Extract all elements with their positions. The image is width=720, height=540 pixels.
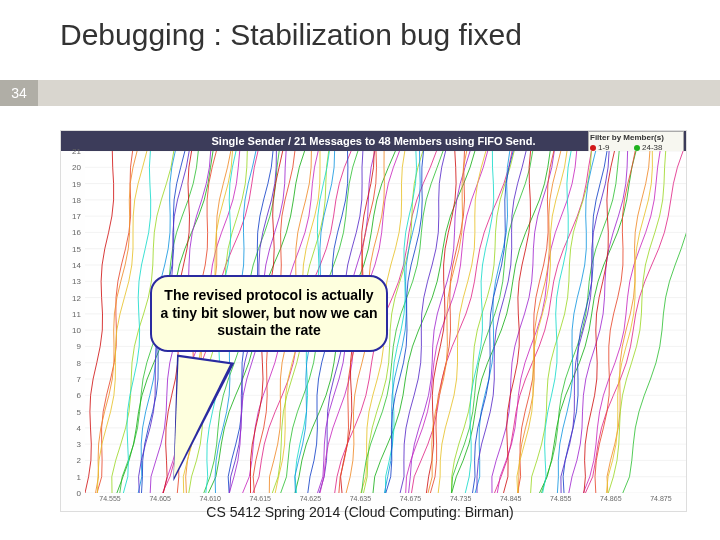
slide-title: Debugging : Stabilization bug fixed	[60, 18, 522, 52]
y-tick: 0	[61, 489, 81, 498]
y-tick: 10	[61, 326, 81, 335]
slide-root: Debugging : Stabilization bug fixed 34 S…	[0, 0, 720, 540]
y-tick: 4	[61, 423, 81, 432]
y-tick: 18	[61, 195, 81, 204]
y-tick: 9	[61, 342, 81, 351]
slide-footer: CS 5412 Spring 2014 (Cloud Computing: Bi…	[0, 504, 720, 520]
y-tick: 5	[61, 407, 81, 416]
y-tick: 17	[61, 212, 81, 221]
y-tick: 1	[61, 472, 81, 481]
y-tick: 15	[61, 244, 81, 253]
y-tick: 2	[61, 456, 81, 465]
header-bar	[0, 80, 720, 106]
y-tick: 8	[61, 358, 81, 367]
y-tick: 6	[61, 391, 81, 400]
y-tick: 21	[61, 147, 81, 156]
y-tick: 12	[61, 293, 81, 302]
y-tick: 11	[61, 309, 81, 318]
y-tick: 7	[61, 375, 81, 384]
page-number: 34	[0, 80, 38, 106]
y-tick: 16	[61, 228, 81, 237]
y-tick: 14	[61, 261, 81, 270]
y-tick: 19	[61, 179, 81, 188]
y-tick: 20	[61, 163, 81, 172]
legend-title: Filter by Member(s)	[590, 133, 682, 142]
y-tick: 13	[61, 277, 81, 286]
y-tick: 3	[61, 440, 81, 449]
callout-bubble: The revised protocol is actually a tiny …	[150, 275, 388, 352]
